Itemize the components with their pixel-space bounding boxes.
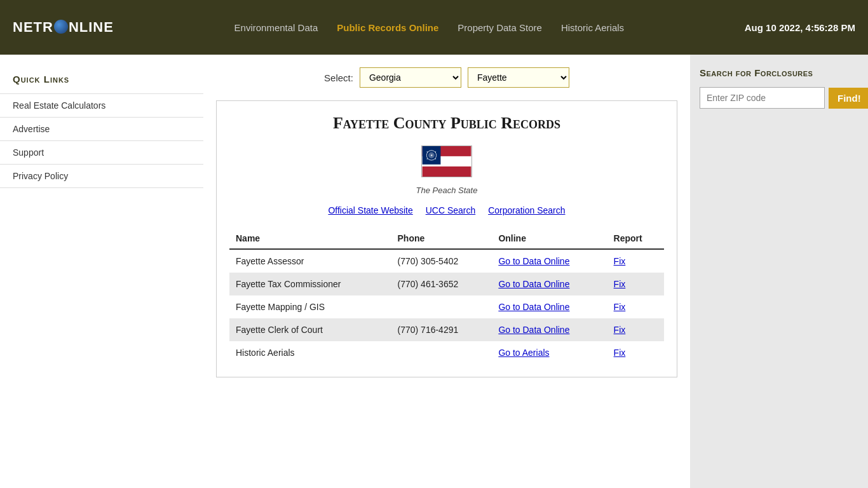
header: NETRNLINE Environmental Data Public Reco…	[0, 0, 868, 55]
state-links: Official State Website UCC Search Corpor…	[229, 205, 664, 215]
foreclosure-title: Search for Forclosures	[700, 67, 858, 78]
sidebar-item-real-estate[interactable]: Real Estate Calculators	[0, 93, 203, 117]
flag-area: ★ ★ ★ ★ ★	[229, 146, 664, 179]
record-online-link[interactable]: Go to Data Online	[492, 295, 607, 318]
record-report-link[interactable]: Fix	[607, 249, 664, 273]
svg-text:★: ★	[435, 151, 437, 153]
record-report-link[interactable]: Fix	[607, 318, 664, 341]
record-report-link[interactable]: Fix	[607, 341, 664, 364]
go-to-data-link[interactable]: Go to Data Online	[498, 256, 569, 266]
record-name: Fayette Mapping / GIS	[229, 295, 391, 318]
fix-link[interactable]: Fix	[614, 348, 626, 358]
record-report-link[interactable]: Fix	[607, 295, 664, 318]
fix-link[interactable]: Fix	[614, 325, 626, 335]
nav-item-environmental[interactable]: Environmental Data	[234, 22, 318, 33]
sidebar: Quick Links Real Estate Calculators Adve…	[0, 55, 203, 488]
record-name: Fayette Assessor	[229, 249, 391, 273]
col-phone: Phone	[391, 228, 492, 249]
records-area: Fayette County Public Records	[216, 100, 677, 377]
records-table: Name Phone Online Report Fayette Assesso…	[229, 228, 664, 364]
record-phone: (770) 461-3652	[391, 273, 492, 295]
state-select[interactable]: Georgia Alabama Alaska Arizona	[360, 67, 461, 88]
table-row: Fayette Assessor(770) 305-5402Go to Data…	[229, 249, 664, 273]
record-name: Fayette Tax Commissioner	[229, 273, 391, 295]
fix-link[interactable]: Fix	[614, 302, 626, 312]
svg-rect-3	[423, 166, 471, 177]
sidebar-item-support[interactable]: Support	[0, 140, 203, 164]
georgia-flag: ★ ★ ★ ★ ★	[421, 146, 472, 177]
flag-caption: The Peach State	[229, 186, 664, 195]
table-row: Fayette Clerk of Court(770) 716-4291Go t…	[229, 318, 664, 341]
record-report-link[interactable]: Fix	[607, 273, 664, 295]
record-online-link[interactable]: Go to Data Online	[492, 273, 607, 295]
county-select[interactable]: Fayette Fulton Gwinnett	[468, 67, 569, 88]
go-to-data-link[interactable]: Go to Data Online	[498, 325, 569, 335]
main-layout: Quick Links Real Estate Calculators Adve…	[0, 55, 868, 488]
record-online-link[interactable]: Go to Data Online	[492, 249, 607, 273]
record-phone: (770) 716-4291	[391, 318, 492, 341]
select-label: Select:	[324, 72, 353, 83]
table-row: Fayette Mapping / GISGo to Data OnlineFi…	[229, 295, 664, 318]
go-to-data-link[interactable]: Go to Data Online	[498, 279, 569, 289]
nav-item-property-data[interactable]: Property Data Store	[458, 22, 542, 33]
main-nav: Environmental Data Public Records Online…	[234, 22, 625, 33]
nav-item-public-records[interactable]: Public Records Online	[337, 22, 438, 33]
record-online-link[interactable]: Go to Aerials	[492, 341, 607, 364]
svg-text:★: ★	[426, 158, 428, 160]
official-state-link[interactable]: Official State Website	[328, 205, 412, 215]
sidebar-item-advertise[interactable]: Advertise	[0, 117, 203, 140]
county-title: Fayette County Public Records	[229, 114, 664, 133]
go-to-data-link[interactable]: Go to Data Online	[498, 302, 569, 312]
globe-icon	[54, 20, 68, 34]
record-phone	[391, 341, 492, 364]
col-name: Name	[229, 228, 391, 249]
zip-row: Find!	[700, 87, 858, 109]
record-online-link[interactable]: Go to Data Online	[492, 318, 607, 341]
corporation-search-link[interactable]: Corporation Search	[488, 205, 565, 215]
col-report: Report	[607, 228, 664, 249]
zip-input[interactable]	[700, 87, 825, 109]
sidebar-title: Quick Links	[0, 67, 203, 93]
sidebar-item-privacy[interactable]: Privacy Policy	[0, 164, 203, 188]
record-phone: (770) 305-5402	[391, 249, 492, 273]
logo-text-before: NETR	[13, 19, 53, 36]
table-row: Fayette Tax Commissioner(770) 461-3652Go…	[229, 273, 664, 295]
logo-text-after: NLINE	[69, 19, 114, 36]
logo[interactable]: NETRNLINE	[13, 19, 114, 36]
content-area: Select: Georgia Alabama Alaska Arizona F…	[203, 55, 690, 488]
nav-item-historic-aerials[interactable]: Historic Aerials	[561, 22, 624, 33]
select-row: Select: Georgia Alabama Alaska Arizona F…	[216, 67, 677, 88]
table-row: Historic AerialsGo to AerialsFix	[229, 341, 664, 364]
fix-link[interactable]: Fix	[614, 279, 626, 289]
svg-text:★: ★	[426, 151, 428, 153]
record-name: Historic Aerials	[229, 341, 391, 364]
right-panel: Search for Forclosures Find!	[690, 55, 868, 488]
go-to-data-link[interactable]: Go to Aerials	[498, 348, 549, 358]
fix-link[interactable]: Fix	[614, 256, 626, 266]
find-button[interactable]: Find!	[829, 88, 868, 109]
record-name: Fayette Clerk of Court	[229, 318, 391, 341]
col-online: Online	[492, 228, 607, 249]
datetime-display: Aug 10 2022, 4:56:28 PM	[745, 22, 855, 33]
record-phone	[391, 295, 492, 318]
svg-text:★: ★	[435, 158, 437, 160]
ucc-search-link[interactable]: UCC Search	[426, 205, 476, 215]
